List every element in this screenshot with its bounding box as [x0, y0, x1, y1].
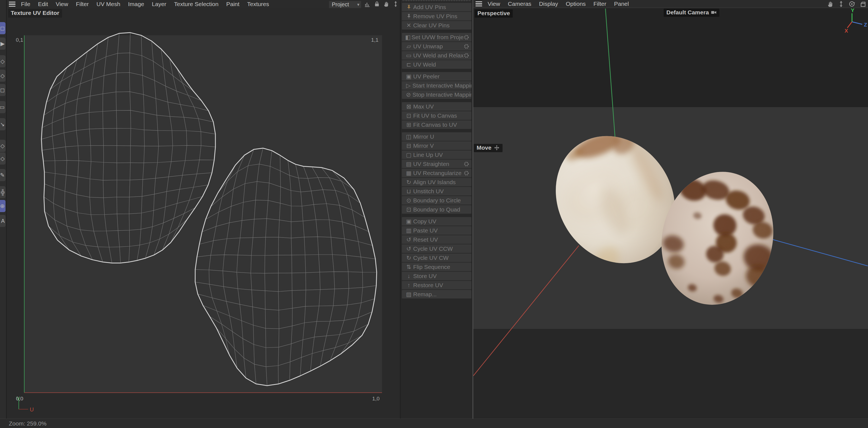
menu-filter[interactable]: Filter — [72, 0, 93, 8]
menu-textures[interactable]: Textures — [243, 0, 273, 8]
menu-uv-mesh[interactable]: UV Mesh — [93, 0, 124, 8]
gear-icon[interactable] — [463, 44, 469, 50]
uv-command-cycle-uv-ccw[interactable]: ↺Cycle UV CCW — [402, 245, 471, 253]
axis-tool[interactable]: ╬ — [0, 186, 5, 198]
gear-icon[interactable] — [463, 170, 469, 176]
uv-command-line-up-uv[interactable]: ▢Line Up UV — [402, 150, 471, 159]
project-dropdown[interactable]: Project ▾ — [329, 1, 361, 8]
viewport-bg-bottom — [473, 329, 868, 419]
uv-command-label: Cycle UV CCW — [413, 246, 453, 252]
model-tool[interactable]: ◻ — [0, 22, 5, 34]
menu-filter[interactable]: Filter — [590, 0, 610, 8]
uv-command-cycle-uv-cw[interactable]: ↻Cycle UV CW — [402, 254, 471, 262]
uv-command-copy-uv[interactable]: ▣Copy UV — [402, 217, 471, 226]
polygon-tool-3[interactable]: ◇ — [0, 140, 5, 152]
hand-icon[interactable] — [383, 1, 390, 7]
uv-command-mirror-v[interactable]: ⊟Mirror V — [402, 141, 471, 150]
menu-texture-selection[interactable]: Texture Selection — [170, 0, 222, 8]
uv-command-flip-sequence[interactable]: ⇅Flip Sequence — [402, 263, 471, 271]
menu-display[interactable]: Display — [535, 0, 562, 8]
menu-cameras[interactable]: Cameras — [504, 0, 535, 8]
lock-icon[interactable] — [373, 1, 380, 7]
histogram-icon[interactable] — [364, 1, 371, 7]
menu-panel[interactable]: Panel — [610, 0, 633, 8]
uv-command-uv-unwrap[interactable]: ▱UV Unwrap — [402, 42, 471, 51]
polygon-tool-4[interactable]: ◇ — [0, 152, 5, 165]
copy-icon: ▣ — [404, 218, 413, 225]
uv-command-boundary-to-circle[interactable]: ⊙Boundary to Circle — [402, 196, 471, 205]
rect-select-tool[interactable]: ▭ — [0, 101, 5, 113]
menu-view[interactable]: View — [484, 0, 504, 8]
uv-command-uv-weld[interactable]: ⊏UV Weld — [402, 60, 471, 69]
scroll-icon[interactable] — [392, 1, 399, 7]
dolly-icon[interactable] — [837, 0, 845, 8]
uv-command-fit-canvas-to-uv[interactable]: ⊞Fit Canvas to UV — [402, 120, 471, 129]
gear-icon[interactable] — [463, 161, 469, 167]
viewport-scene[interactable] — [473, 8, 868, 419]
gear-icon[interactable] — [463, 34, 469, 40]
uv-command-clear-uv-pins[interactable]: ✕Clear UV Pins — [402, 21, 471, 30]
move-tool[interactable]: ↘ — [0, 118, 5, 130]
cw-icon: ↻ — [404, 255, 413, 261]
menu-options[interactable]: Options — [562, 0, 589, 8]
ccw-icon: ↺ — [404, 246, 413, 252]
uv-canvas[interactable]: V0,11,10,01,0U — [7, 16, 400, 418]
uv-command-align-uv-islands[interactable]: ↻Align UV Islands — [402, 178, 471, 187]
menu-image[interactable]: Image — [124, 0, 148, 8]
magnet-tool[interactable]: ⊕ — [0, 200, 5, 212]
uv-command-boundary-to-quad[interactable]: ⊡Boundary to Quad — [402, 205, 471, 214]
solid-cube-tool[interactable]: ◻ — [0, 84, 5, 96]
uv-command-restore-uv[interactable]: ↑Restore UV — [402, 281, 471, 289]
uv-command-reset-uv[interactable]: ↺Reset UV — [402, 235, 471, 244]
viewport-menubar: ViewCamerasDisplayOptionsFilterPanel — [473, 0, 868, 8]
uv-command-mirror-u[interactable]: ◫Mirror U — [402, 132, 471, 141]
hamburger-icon[interactable] — [475, 1, 482, 6]
uv-command-uv-weld-and-relax[interactable]: ▭UV Weld and Relax — [402, 51, 471, 60]
menu-paint[interactable]: Paint — [222, 0, 243, 8]
uv-command-max-uv[interactable]: ⊠Max UV — [402, 102, 471, 111]
mirror-v-icon: ⊟ — [404, 142, 413, 149]
default-camera-label[interactable]: Default Camera — [663, 8, 719, 17]
uv-corner-top-left: 0,1 — [16, 37, 23, 43]
uv-command-uv-peeler[interactable]: ▣UV Peeler — [402, 72, 471, 81]
menu-edit[interactable]: Edit — [34, 0, 52, 8]
select-arrow-tool[interactable]: ▶ — [0, 37, 5, 50]
hamburger-icon[interactable] — [9, 2, 16, 7]
viewport-menu: ViewCamerasDisplayOptionsFilterPanel — [484, 0, 633, 8]
uv-command-add-uv-pins[interactable]: Add UV Pins — [402, 3, 471, 11]
chevron-down-icon: ▾ — [357, 2, 361, 7]
uv-command-fit-uv-to-canvas[interactable]: ⊡Fit UV to Canvas — [402, 111, 471, 120]
uv-corner-top-right: 1,1 — [371, 37, 378, 43]
uv-command-store-uv[interactable]: ↓Store UV — [402, 272, 471, 280]
uv-command-stop-interactive-mapping[interactable]: ⊘Stop Interactive Mapping — [402, 90, 471, 99]
maximize-icon[interactable] — [859, 0, 866, 8]
uv-command-uv-straighten[interactable]: ▤UV Straighten — [402, 160, 471, 168]
uv-command-label: Set UVW from Projection — [411, 34, 463, 40]
uv-command-label: UV Peeler — [413, 73, 440, 80]
viewport-bg-top — [473, 8, 868, 107]
uv-command-paste-uv[interactable]: ▥Paste UV — [402, 226, 471, 235]
polygon-tool[interactable]: ◇ — [0, 55, 5, 67]
weld-icon: ⊏ — [404, 61, 413, 68]
brush-tool[interactable]: ✎ — [0, 169, 5, 181]
uv-command-remove-uv-pins[interactable]: Remove UV Pins — [402, 12, 471, 21]
polygon-tool-2[interactable]: ◇ — [0, 69, 5, 82]
text-tool[interactable]: A — [0, 215, 5, 227]
rotate-icon[interactable] — [848, 0, 856, 8]
menu-view[interactable]: View — [52, 0, 72, 8]
perspective-viewport[interactable]: ViewCamerasDisplayOptionsFilterPanel Per… — [473, 0, 868, 419]
uv-command-set-uvw-from-projection[interactable]: ◧Set UVW from Projection — [402, 33, 471, 41]
hand-icon[interactable] — [827, 0, 834, 8]
menu-file[interactable]: File — [17, 0, 34, 8]
fit-canvas-icon: ⊞ — [404, 121, 413, 128]
uv-command-start-interactive-mapping[interactable]: ▷Start Interactive Mapping — [402, 81, 471, 90]
gear-icon[interactable] — [463, 53, 469, 59]
uv-command-label: Restore UV — [413, 282, 443, 289]
pin-remove-icon — [404, 13, 413, 19]
uv-command-remap-[interactable]: ▨Remap... — [402, 290, 471, 298]
uv-command-unstitch-uv[interactable]: ⊔Unstitch UV — [402, 187, 471, 196]
uv-command-uv-rectangularize[interactable]: ▦UV Rectangularize — [402, 169, 471, 177]
menu-layer[interactable]: Layer — [148, 0, 170, 8]
uv-command-label: Paste UV — [413, 227, 438, 234]
uv-command-label: Fit Canvas to UV — [413, 121, 457, 128]
